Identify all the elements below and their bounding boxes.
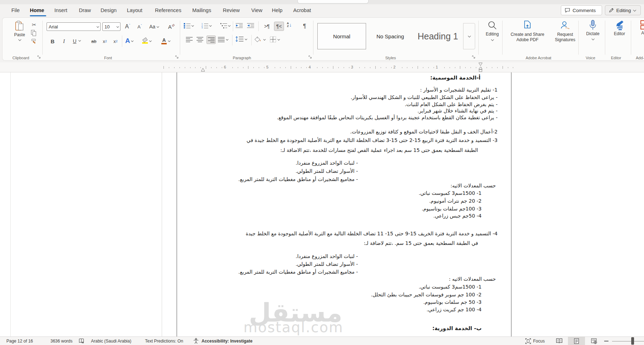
- menu-tab-review[interactable]: Review: [223, 7, 240, 13]
- subscript-button[interactable]: x2: [101, 37, 109, 45]
- numbering-button[interactable]: 123: [202, 23, 211, 28]
- sort-button[interactable]: AZ ↓: [287, 22, 292, 28]
- multilevel-list-button[interactable]: [220, 23, 230, 28]
- font-size-combobox[interactable]: 10: [102, 22, 120, 31]
- document-line[interactable]: حسب المعدلات الاتيه:: [450, 183, 496, 188]
- styles-gallery-more-button[interactable]: [463, 23, 475, 49]
- italic-button[interactable]: I: [60, 37, 68, 45]
- menu-tab-layout[interactable]: Layout: [127, 7, 143, 13]
- cut-button[interactable]: ✂: [30, 21, 38, 28]
- document-line[interactable]: 1- تقليم التربية للشجيرات و الأسوار :: [420, 87, 498, 93]
- request-signatures-button[interactable]: x Request Signatures: [551, 21, 579, 43]
- rtl-direction-button[interactable]: ¶<: [274, 22, 284, 31]
- document-line[interactable]: - مجاميع الشجيرات أو مناطق مغطيات التربة…: [238, 269, 358, 275]
- menu-tab-design[interactable]: Design: [101, 7, 117, 13]
- text-predictions[interactable]: Text Predictions: On: [145, 339, 183, 344]
- document-line[interactable]: - لنبات الواحد المزروع منفردا.: [296, 160, 358, 166]
- font-color-button[interactable]: A: [160, 36, 172, 45]
- menu-tab-references[interactable]: References: [155, 7, 181, 13]
- strikethrough-button[interactable]: ab: [89, 37, 98, 45]
- text-effects-button[interactable]: A: [124, 36, 134, 45]
- dictate-button[interactable]: Dictate: [582, 20, 604, 40]
- ltr-direction-button[interactable]: >¶: [262, 22, 272, 31]
- document-line[interactable]: 4- 100 جم كبريت زراعي.: [426, 307, 482, 312]
- editor-button[interactable]: Editor: [608, 20, 630, 37]
- style-no-spacing[interactable]: No Spacing: [368, 23, 413, 49]
- comments-button[interactable]: Comments: [561, 5, 602, 15]
- bullets-button[interactable]: [184, 23, 193, 28]
- menu-tab-help[interactable]: Help: [272, 7, 283, 13]
- document-line[interactable]: 3- 100جم سلفات بوتاسيوم.: [422, 206, 482, 212]
- justify-button[interactable]: [218, 37, 228, 42]
- paragraph-dialog-launcher[interactable]: [308, 55, 313, 60]
- zoom-slider-handle[interactable]: [631, 337, 634, 345]
- document-line[interactable]: 2- 20 جم نترات أمونيوم.: [429, 198, 482, 204]
- align-right-button[interactable]: [206, 35, 216, 44]
- document-line[interactable]: - مجاميع الشجيرات أو مناطق مغطيات التربة…: [238, 176, 358, 182]
- align-center-button[interactable]: [197, 37, 203, 42]
- document-line[interactable]: 1- 1500سم3 كمبوست نباتي.: [419, 190, 482, 196]
- font-dialog-launcher[interactable]: [175, 55, 179, 60]
- menu-tab-draw[interactable]: Draw: [79, 7, 91, 13]
- search-box-remnant[interactable]: [297, 0, 369, 4]
- document-heading[interactable]: أ-الخدمة الموسمية:: [430, 75, 481, 81]
- increase-indent-button[interactable]: [247, 23, 254, 28]
- document-heading[interactable]: ب- الخدمة الدورية:: [432, 325, 482, 332]
- document-line[interactable]: - يتم بغرض الحفاظ على الشكل العام للنبات…: [405, 102, 498, 107]
- menu-tab-acrobat[interactable]: Acrobat: [293, 7, 311, 13]
- menu-tab-insert[interactable]: Insert: [54, 7, 67, 13]
- format-painter-button[interactable]: [31, 38, 37, 45]
- editing-mode-button[interactable]: Editing: [605, 5, 641, 15]
- clear-formatting-button[interactable]: A: [167, 23, 176, 31]
- menu-tab-home[interactable]: Home: [30, 7, 44, 13]
- document-line[interactable]: - يراعى الحفاظ على الشكل الطبيعي للنبات …: [350, 94, 498, 100]
- borders-button[interactable]: [270, 36, 279, 43]
- proofing-icon[interactable]: [79, 338, 85, 344]
- indent-marker-stack-icon[interactable]: [478, 62, 483, 72]
- document-line[interactable]: - الأسوار تضاف للمتر الطولي.: [296, 261, 358, 267]
- document-line[interactable]: في الطبقة السطحية بعمق حتى 15 سم. ،تتم ل…: [364, 240, 478, 246]
- menu-tab-file[interactable]: File: [11, 7, 20, 13]
- print-layout-button[interactable]: [568, 337, 585, 345]
- document-line[interactable]: الطبقة السطحية بعمق حتى 15 سم بعد اجراء …: [280, 147, 478, 153]
- document-line[interactable]: حسب المعدلات الاتيه :: [449, 276, 496, 282]
- page-indicator[interactable]: Page 12 of 16: [6, 339, 33, 344]
- word-count[interactable]: 3636 words: [50, 339, 73, 344]
- superscript-button[interactable]: x2: [111, 37, 120, 45]
- editing-menu-button[interactable]: Editing: [482, 21, 503, 41]
- paste-button[interactable]: Paste: [10, 21, 29, 41]
- document-line[interactable]: 2- 100 جم سوبر فوسفات الجير حبيبات بطئ ا…: [371, 292, 482, 297]
- style-normal[interactable]: Normal: [317, 23, 366, 49]
- indent-marker-icon[interactable]: [201, 68, 205, 72]
- change-case-button[interactable]: Aa: [147, 23, 161, 31]
- document-canvas[interactable]: مستقل mostaql.com أ-الخدمة الموسمية:1- ت…: [0, 72, 644, 336]
- text-highlight-button[interactable]: [140, 36, 152, 45]
- document-line[interactable]: 4- 50جم جبس زراعي.: [433, 213, 482, 219]
- focus-button[interactable]: Focus: [525, 338, 545, 344]
- zoom-slider-track[interactable]: [612, 341, 644, 342]
- zoom-out-button[interactable]: [604, 341, 608, 341]
- bold-button[interactable]: B: [49, 37, 57, 45]
- language-indicator[interactable]: Arabic (Saudi Arabia): [91, 339, 131, 344]
- document-line[interactable]: 1- 1500سم3 كمبوست نباتي.: [419, 284, 482, 290]
- read-mode-button[interactable]: [556, 338, 563, 344]
- underline-chevron[interactable]: [79, 40, 80, 42]
- grow-font-button[interactable]: Aˆ: [123, 23, 132, 31]
- clipboard-dialog-launcher[interactable]: [37, 55, 42, 60]
- style-heading1[interactable]: Heading 1: [414, 23, 462, 49]
- add-ins-button[interactable]: Add: [634, 20, 644, 36]
- copy-button[interactable]: [31, 30, 37, 36]
- document-line[interactable]: 4- التسميد و خدمة التربة فترة الخريف 15-…: [246, 231, 498, 236]
- document-line[interactable]: 3- التسميد و خدمة التربة فترة الربيع 15-…: [247, 137, 498, 143]
- decrease-indent-button[interactable]: [236, 23, 243, 28]
- document-line[interactable]: - الأسوار تضاف للمتر الطولي.: [296, 168, 358, 174]
- ruler[interactable]: 654321: [0, 62, 644, 72]
- menu-tab-view[interactable]: View: [251, 7, 262, 13]
- document-line[interactable]: - يتم في نهاية الشتاء خلال شهر فبراير.: [418, 108, 498, 114]
- document-line[interactable]: 3- 50 جم سلفات بوتاسيوم.: [423, 299, 482, 305]
- underline-button[interactable]: U: [71, 37, 79, 45]
- create-share-pdf-button[interactable]: Create and Share Adobe PDF: [506, 21, 549, 43]
- document-line[interactable]: 2-أعمال الخف و النقل طبقا لاحتياجات المو…: [350, 129, 498, 135]
- font-name-combobox[interactable]: Arial: [47, 22, 101, 31]
- web-layout-button[interactable]: [591, 338, 597, 344]
